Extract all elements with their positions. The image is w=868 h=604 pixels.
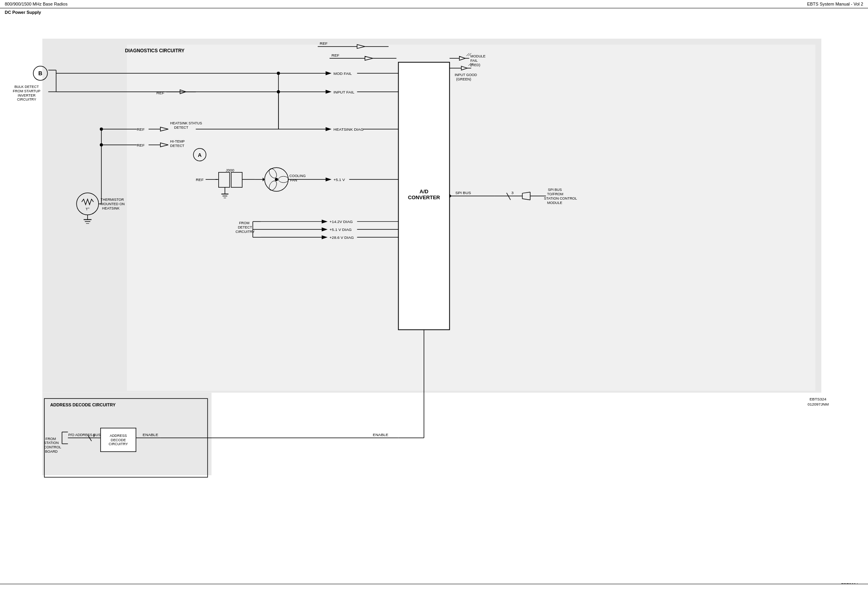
svg-text:HI-TEMP: HI-TEMP	[170, 139, 185, 143]
svg-text:REF: REF	[137, 143, 145, 147]
svg-text:CONVERTER: CONVERTER	[408, 194, 441, 200]
svg-text:REF: REF	[332, 53, 340, 57]
svg-text:REF: REF	[196, 177, 204, 182]
svg-text:SPI BUS: SPI BUS	[548, 188, 562, 192]
svg-text:FROM: FROM	[239, 221, 249, 225]
svg-text:INPUT FAIL: INPUT FAIL	[334, 90, 355, 94]
svg-text:MOD FAIL: MOD FAIL	[334, 71, 352, 76]
svg-text:FROM: FROM	[46, 437, 56, 441]
svg-text:HEATSINK DIAG: HEATSINK DIAG	[334, 127, 364, 131]
svg-text:A: A	[198, 152, 201, 158]
svg-text:CIRCUITRY: CIRCUITRY	[235, 230, 254, 234]
svg-text:THERMISTOR: THERMISTOR	[101, 198, 124, 202]
svg-text:J300: J300	[226, 168, 235, 172]
svg-text:+28.6 V DIAG: +28.6 V DIAG	[330, 235, 354, 240]
svg-text:DETECT: DETECT	[238, 225, 252, 229]
header-left-title: 800/900/1500 MHz Base Radios	[5, 2, 67, 6]
svg-text:MODULE: MODULE	[470, 54, 485, 58]
svg-text:9: 9	[93, 433, 95, 438]
svg-text:REF: REF	[156, 91, 164, 95]
svg-rect-2	[127, 44, 815, 391]
svg-text:CIRCUITRY: CIRCUITRY	[109, 442, 128, 446]
svg-text:P/O ADDRESS BUS: P/O ADDRESS BUS	[68, 433, 100, 437]
svg-text:COOLING: COOLING	[290, 174, 306, 178]
svg-text:(GREEN): (GREEN)	[456, 77, 471, 81]
header-right-title: EBTS System Manual - Vol 2	[807, 2, 863, 6]
footer-bar	[0, 584, 868, 604]
diagnostics-label: DIAGNOSTICS CIRCUITRY	[125, 48, 184, 53]
svg-text:HEATSINK STATUS: HEATSINK STATUS	[170, 121, 202, 125]
svg-text:+14.2V DIAG: +14.2V DIAG	[330, 219, 353, 224]
svg-text:+5.1 V: +5.1 V	[334, 177, 345, 182]
svg-text:REF: REF	[320, 41, 328, 46]
svg-text:+5.1 V DIAG: +5.1 V DIAG	[330, 227, 352, 232]
svg-point-92	[275, 178, 278, 181]
svg-text:EBTS324: EBTS324	[809, 397, 826, 401]
svg-text:DETECT: DETECT	[170, 144, 185, 148]
svg-text:TO/FROM: TO/FROM	[547, 192, 563, 196]
svg-text:STATION: STATION	[44, 441, 59, 445]
svg-text:BULK DETECT: BULK DETECT	[14, 85, 39, 89]
svg-text:MOUNTED ON: MOUNTED ON	[101, 202, 125, 206]
svg-text:DECODE: DECODE	[111, 438, 126, 442]
svg-text:ADDRESS DECODE CIRCUITRY: ADDRESS DECODE CIRCUITRY	[50, 402, 116, 407]
svg-text:012097JNM: 012097JNM	[807, 402, 828, 406]
svg-text:ENABLE: ENABLE	[143, 433, 158, 437]
svg-text:A/D: A/D	[420, 189, 428, 194]
svg-text:ENABLE: ENABLE	[373, 433, 389, 437]
svg-text:STATION CONTROL: STATION CONTROL	[544, 196, 577, 200]
svg-text:FAIL: FAIL	[470, 59, 477, 63]
svg-text:INPUT GOOD: INPUT GOOD	[455, 73, 477, 77]
svg-text:(RED): (RED)	[470, 63, 480, 67]
svg-text:MODULE: MODULE	[547, 201, 562, 205]
svg-text:DETECT: DETECT	[174, 126, 189, 130]
svg-text:B: B	[38, 70, 42, 76]
svg-text:CIRCUITRY: CIRCUITRY	[17, 97, 36, 101]
svg-text:T°: T°	[86, 207, 90, 211]
svg-text:HEATSINK: HEATSINK	[102, 206, 120, 210]
circuit-diagram: DIAGNOSTICS CIRCUITRY A/D CONVERTER B BU…	[0, 15, 868, 585]
svg-text:ADDRESS: ADDRESS	[110, 434, 127, 438]
svg-text:INVERTER: INVERTER	[18, 93, 36, 97]
svg-text:FROM STARTUP: FROM STARTUP	[13, 89, 40, 93]
svg-text:REF: REF	[137, 127, 145, 131]
svg-text:CONTROL: CONTROL	[44, 445, 61, 449]
svg-text:BOARD: BOARD	[45, 450, 58, 453]
svg-text:FAN: FAN	[290, 178, 297, 182]
svg-text:3: 3	[511, 191, 514, 195]
svg-text:SPI BUS: SPI BUS	[456, 191, 471, 195]
page-header: 800/900/1500 MHz Base Radios EBTS System…	[0, 0, 868, 8]
